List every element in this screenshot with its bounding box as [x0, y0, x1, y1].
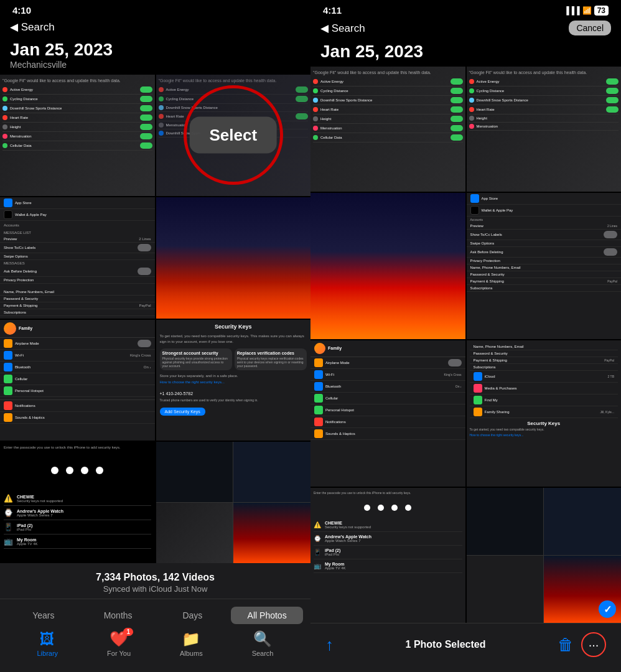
right-photo-cell-7[interactable]: Enter the passcode you use to unlock thi… — [310, 488, 465, 623]
left-photo-grid: "Google Fit" would like to access and up… — [0, 75, 310, 563]
battery-indicator: 73 — [594, 6, 609, 16]
photo-action-bar: ↑ 1 Photo Selected 🗑 ··· — [310, 623, 621, 672]
nav-albums-label: Albums — [180, 650, 203, 657]
right-panel: 4:11 ▐▐▐ 📶 73 ◀ Search Cancel Jan 25, 20… — [310, 0, 621, 672]
right-date-title: Jan 25, 2023 — [320, 42, 611, 62]
nav-albums[interactable]: 📁 Albums — [180, 630, 203, 657]
bottom-tabs: Years Months Days All Photos 🖼 Library ❤… — [0, 599, 310, 672]
right-signal-icons: ▐▐▐ 📶 73 — [564, 6, 609, 16]
photo-cell-7[interactable]: Enter the passcode you use to unlock thi… — [0, 442, 155, 563]
left-date-title: Jan 25, 2023 — [10, 40, 301, 60]
right-photo-cell-3[interactable] — [310, 193, 465, 338]
right-photo-cell-5[interactable]: Family Airplane Mode Wi-FiKing's Cross B… — [310, 340, 465, 487]
bottom-info-bar: 7,334 Photos, 142 Videos Synced with iCl… — [0, 563, 310, 599]
right-photo-grid: "Google Fit" would like to access and up… — [310, 67, 621, 623]
photo-cell-8[interactable] — [156, 442, 311, 563]
select-button[interactable]: Select — [189, 117, 277, 154]
wifi-icon: 📶 — [582, 6, 592, 15]
more-options-button[interactable]: ··· — [581, 632, 606, 657]
tab-days[interactable]: Days — [157, 607, 229, 624]
right-photo-cell-6[interactable]: Name, Phone Numbers, Email Password & Se… — [467, 340, 622, 487]
signal-bars-icon: ▐▐▐ — [564, 6, 580, 15]
tab-years[interactable]: Years — [7, 607, 80, 624]
right-status-bar: 4:11 ▐▐▐ 📶 73 — [310, 0, 621, 18]
nav-library[interactable]: 🖼 Library — [37, 630, 58, 657]
delete-button[interactable]: 🗑 — [558, 635, 574, 655]
back-arrow-left[interactable]: ◀ Search — [10, 21, 301, 34]
search-icon: 🔍 — [253, 630, 272, 648]
sync-status: Synced with iCloud Just Now — [0, 584, 310, 594]
photo-cell-5[interactable]: Family Airplane Mode Wi-FiKing's Cross B… — [0, 320, 155, 441]
time-segment-control[interactable]: Years Months Days All Photos — [0, 604, 310, 630]
for-you-badge-container: ❤️ 1 — [110, 630, 128, 648]
photo-cell-4[interactable] — [156, 197, 311, 319]
cancel-button[interactable]: Cancel — [569, 21, 611, 35]
photo-cell-1[interactable]: "Google Fit" would like to access and up… — [0, 75, 155, 196]
share-button[interactable]: ↑ — [325, 635, 334, 655]
right-photo-cell-1[interactable]: "Google Fit" would like to access and up… — [310, 67, 465, 192]
left-panel: 4:10 ◀ Search Jan 25, 2023 Mechanicsvill… — [0, 0, 310, 672]
selection-checkmark: ✓ — [599, 600, 616, 618]
left-search-back[interactable]: ◀ Search — [0, 18, 310, 37]
right-photo-cell-2[interactable]: "Google Fit" would like to access and up… — [467, 67, 622, 192]
tab-all-photos[interactable]: All Photos — [231, 607, 303, 624]
right-search-back-row[interactable]: ◀ Search Cancel — [310, 18, 621, 39]
right-photo-cell-4[interactable]: App Store Wallet & Apple Pay Accounts Pr… — [467, 193, 622, 338]
for-you-badge: 1 — [123, 628, 133, 636]
photo-count: 7,334 Photos, 142 Videos — [0, 572, 310, 583]
right-date-header: Jan 25, 2023 — [310, 39, 621, 67]
right-back-arrow[interactable]: ◀ Search — [320, 22, 365, 35]
left-date-header: Jan 25, 2023 Mechanicsville — [0, 37, 310, 75]
selected-label: 1 Photo Selected — [406, 639, 486, 650]
photo-cell-6[interactable]: Security Keys To get started, you need t… — [156, 320, 311, 441]
left-date-location: Mechanicsville — [10, 60, 301, 70]
photo-cell-2[interactable]: "Google Fit" would like to access and up… — [156, 75, 311, 196]
tab-months[interactable]: Months — [82, 607, 154, 624]
nav-library-label: Library — [37, 650, 58, 657]
nav-for-you-label: For You — [107, 650, 131, 657]
left-time: 4:10 — [12, 5, 31, 16]
right-photo-cell-8[interactable]: ✓ — [467, 488, 622, 623]
nav-search[interactable]: 🔍 Search — [252, 630, 274, 657]
nav-for-you[interactable]: ❤️ 1 For You — [107, 630, 131, 657]
photo-cell-3[interactable]: App Store Wallet & Apple Pay Accounts ME… — [0, 197, 155, 319]
bottom-navigation[interactable]: 🖼 Library ❤️ 1 For You 📁 Albums 🔍 Search — [0, 630, 310, 657]
library-icon: 🖼 — [40, 630, 55, 648]
right-time: 4:11 — [323, 5, 342, 16]
security-keys-title: Security Keys — [160, 324, 307, 330]
albums-icon: 📁 — [182, 630, 200, 648]
left-status-bar: 4:10 — [0, 0, 310, 18]
nav-search-label: Search — [252, 650, 274, 657]
